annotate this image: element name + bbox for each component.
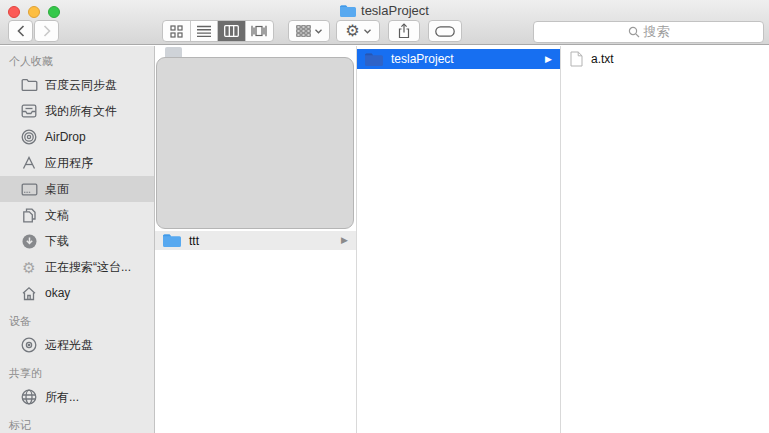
icon-view-icon	[170, 25, 183, 38]
sidebar-item-desktop[interactable]: 桌面	[0, 176, 154, 202]
sidebar-item-all-my-files[interactable]: 我的所有文件	[0, 98, 154, 124]
sidebar-section-devices: 设备	[0, 306, 154, 332]
applications-icon	[20, 155, 38, 171]
chevron-right-icon	[43, 25, 51, 37]
sidebar-item-label: 正在搜索“这台...	[45, 259, 131, 276]
share-icon	[397, 23, 411, 39]
sidebar-item-all-shared[interactable]: 所有...	[0, 384, 154, 410]
sidebar-section-favorites: 个人收藏	[0, 46, 154, 72]
coverflow-view-icon	[251, 25, 267, 37]
sidebar-item-applications[interactable]: 应用程序	[0, 150, 154, 176]
window-title: teslaProject	[361, 3, 429, 18]
back-button[interactable]	[8, 20, 33, 42]
sidebar-item-label: okay	[45, 286, 70, 300]
sidebar-item-label: 所有...	[45, 389, 79, 406]
sidebar-item-baidu-sync[interactable]: 百度云同步盘	[0, 72, 154, 98]
window-title-area: teslaProject	[0, 2, 769, 19]
disc-icon	[20, 337, 38, 353]
search-placeholder: 搜索	[644, 23, 670, 41]
disclosure-arrow-icon: ▶	[341, 236, 348, 245]
globe-icon	[20, 389, 38, 405]
gear-icon: ⚙	[345, 23, 359, 39]
sidebar-item-label: 下载	[45, 233, 69, 250]
tag-icon	[435, 26, 455, 37]
folder-icon	[340, 5, 356, 17]
sidebar: 个人收藏 百度云同步盘 我的所有文件 AirDrop	[0, 46, 155, 433]
sidebar-item-label: 文稿	[45, 207, 69, 224]
file-row-teslaproject[interactable]: teslaProject ▶	[357, 49, 560, 69]
finder-window: teslaProject	[0, 0, 769, 433]
icon-view-button[interactable]	[163, 21, 191, 41]
file-name: teslaProject	[391, 52, 454, 66]
folder-icon	[365, 53, 383, 66]
forward-button[interactable]	[34, 20, 59, 42]
sidebar-item-label: 我的所有文件	[45, 103, 117, 120]
sidebar-section-tags: 标记	[0, 410, 154, 433]
sidebar-item-remote-disc[interactable]: 远程光盘	[0, 332, 154, 358]
chevron-down-icon	[364, 29, 371, 34]
sidebar-item-home-okay[interactable]: okay	[0, 280, 154, 306]
sidebar-item-airdrop[interactable]: AirDrop	[0, 124, 154, 150]
column-2: teslaProject ▶	[357, 46, 561, 433]
file-row-ttt[interactable]: ttt ▶	[155, 231, 356, 250]
list-view-icon	[197, 25, 211, 37]
file-name: ttt	[189, 234, 199, 248]
documents-stack-icon	[20, 103, 38, 119]
sidebar-item-label: AirDrop	[45, 130, 86, 144]
pages-icon	[20, 207, 38, 223]
search-icon	[628, 26, 640, 38]
home-icon	[20, 285, 38, 301]
folder-icon	[20, 77, 38, 93]
file-row-a-txt[interactable]: a.txt	[561, 49, 769, 69]
folder-icon	[163, 234, 181, 247]
arrange-icon	[296, 25, 311, 37]
share-button[interactable]	[388, 20, 420, 42]
chevron-left-icon	[17, 25, 25, 37]
sidebar-item-label: 百度云同步盘	[45, 77, 117, 94]
sidebar-item-label: 应用程序	[45, 155, 93, 172]
sidebar-item-documents[interactable]: 文稿	[0, 202, 154, 228]
chevron-down-icon	[315, 29, 322, 34]
text-file-icon	[570, 51, 583, 67]
column-view-button[interactable]	[218, 21, 246, 41]
sidebar-section-shared: 共享的	[0, 358, 154, 384]
disclosure-arrow-icon: ▶	[545, 55, 552, 64]
column-1: ttt ▶	[155, 46, 357, 433]
sidebar-item-smart-search[interactable]: ⚙ 正在搜索“这台...	[0, 254, 154, 280]
file-name: a.txt	[591, 52, 614, 66]
action-button[interactable]: ⚙	[336, 20, 380, 42]
title-bar: teslaProject	[0, 0, 769, 45]
sidebar-item-label: 桌面	[45, 181, 69, 198]
gray-preview-box	[156, 57, 354, 229]
tag-button[interactable]	[428, 20, 462, 42]
list-view-button[interactable]	[191, 21, 219, 41]
gear-icon: ⚙	[20, 259, 38, 275]
coverflow-view-button[interactable]	[246, 21, 273, 41]
column-3: a.txt	[561, 46, 769, 433]
airdrop-icon	[20, 129, 38, 145]
search-input[interactable]: 搜索	[533, 21, 764, 43]
sidebar-item-label: 远程光盘	[45, 337, 93, 354]
finder-content: 个人收藏 百度云同步盘 我的所有文件 AirDrop	[0, 46, 769, 433]
sidebar-item-downloads[interactable]: 下载	[0, 228, 154, 254]
view-mode-segmented-control	[162, 20, 274, 42]
column-view-icon	[224, 25, 239, 37]
arrange-button[interactable]	[288, 20, 330, 42]
desktop-icon	[20, 181, 38, 197]
download-icon	[20, 233, 38, 249]
